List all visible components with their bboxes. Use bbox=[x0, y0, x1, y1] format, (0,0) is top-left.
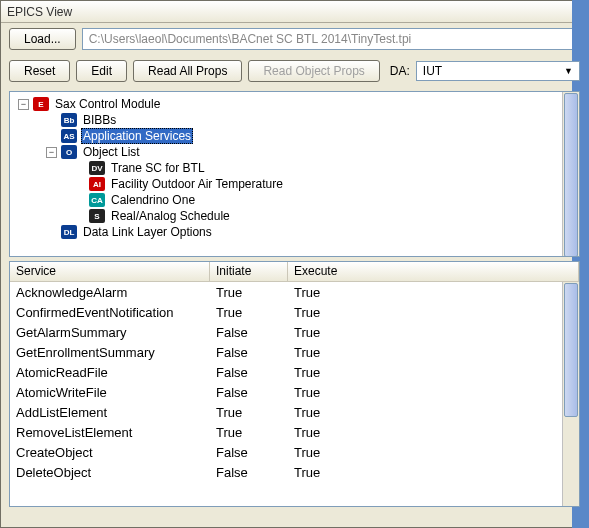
cell-initiate: False bbox=[210, 324, 288, 341]
tree-item-object[interactable]: S Real/Analog Schedule bbox=[12, 208, 577, 224]
read-all-props-button[interactable]: Read All Props bbox=[133, 60, 242, 82]
tree-label: Sax Control Module bbox=[53, 97, 162, 111]
tree-root[interactable]: − E Sax Control Module bbox=[12, 96, 577, 112]
tree-panel: − E Sax Control Module Bb BIBBs AS Appli… bbox=[9, 91, 580, 257]
cell-initiate: False bbox=[210, 444, 288, 461]
module-icon: E bbox=[33, 97, 49, 111]
table-row[interactable]: CreateObjectFalseTrue bbox=[10, 442, 579, 462]
tree-item-bibbs[interactable]: Bb BIBBs bbox=[12, 112, 577, 128]
cell-initiate: False bbox=[210, 344, 288, 361]
collapse-icon[interactable]: − bbox=[18, 99, 29, 110]
cell-execute: True bbox=[288, 424, 579, 441]
edit-button[interactable]: Edit bbox=[76, 60, 127, 82]
path-input[interactable]: C:\Users\laeol\Documents\BACnet SC BTL 2… bbox=[82, 28, 580, 50]
cell-service: GetAlarmSummary bbox=[10, 324, 210, 341]
cell-execute: True bbox=[288, 284, 579, 301]
da-select[interactable]: IUT ▼ bbox=[416, 61, 580, 81]
cell-execute: True bbox=[288, 384, 579, 401]
spacer bbox=[46, 131, 57, 142]
cell-service: GetEnrollmentSummary bbox=[10, 344, 210, 361]
table-row[interactable]: GetEnrollmentSummaryFalseTrue bbox=[10, 342, 579, 362]
col-service[interactable]: Service bbox=[10, 262, 210, 281]
table-row[interactable]: AcknowledgeAlarmTrueTrue bbox=[10, 282, 579, 302]
tree-label: Calendrino One bbox=[109, 193, 197, 207]
tree-item-object-list[interactable]: − O Object List bbox=[12, 144, 577, 160]
cell-execute: True bbox=[288, 304, 579, 321]
tree-scrollbar[interactable] bbox=[562, 92, 579, 256]
table-row[interactable]: GetAlarmSummaryFalseTrue bbox=[10, 322, 579, 342]
da-value: IUT bbox=[423, 64, 442, 78]
services-table: Service Initiate Execute AcknowledgeAlar… bbox=[9, 261, 580, 507]
cell-service: AcknowledgeAlarm bbox=[10, 284, 210, 301]
table-row[interactable]: AtomicWriteFileFalseTrue bbox=[10, 382, 579, 402]
bibbs-icon: Bb bbox=[61, 113, 77, 127]
cell-service: CreateObject bbox=[10, 444, 210, 461]
tree-label: Facility Outdoor Air Temperature bbox=[109, 177, 285, 191]
cell-service: AddListElement bbox=[10, 404, 210, 421]
table-body: AcknowledgeAlarmTrueTrueConfirmedEventNo… bbox=[10, 282, 579, 482]
cell-initiate: False bbox=[210, 364, 288, 381]
da-label: DA: bbox=[390, 64, 410, 78]
window-title: EPICS View bbox=[7, 5, 72, 19]
cell-service: ConfirmedEventNotification bbox=[10, 304, 210, 321]
load-button[interactable]: Load... bbox=[9, 28, 76, 50]
col-initiate[interactable]: Initiate bbox=[210, 262, 288, 281]
col-execute[interactable]: Execute bbox=[288, 262, 579, 281]
tree: − E Sax Control Module Bb BIBBs AS Appli… bbox=[10, 92, 579, 244]
spacer bbox=[46, 227, 57, 238]
toolbar-actions: Reset Edit Read All Props Read Object Pr… bbox=[1, 55, 588, 87]
schedule-icon: S bbox=[89, 209, 105, 223]
cell-execute: True bbox=[288, 364, 579, 381]
tree-label: Real/Analog Schedule bbox=[109, 209, 232, 223]
cell-execute: True bbox=[288, 324, 579, 341]
read-object-props-button: Read Object Props bbox=[248, 60, 379, 82]
cell-initiate: True bbox=[210, 304, 288, 321]
tree-item-object[interactable]: DV Trane SC for BTL bbox=[12, 160, 577, 176]
spacer bbox=[46, 115, 57, 126]
cell-service: AtomicReadFile bbox=[10, 364, 210, 381]
title-bar: EPICS View × bbox=[1, 1, 588, 23]
table-header: Service Initiate Execute bbox=[10, 262, 579, 282]
tree-item-object[interactable]: CA Calendrino One bbox=[12, 192, 577, 208]
spacer bbox=[74, 179, 85, 190]
cell-service: AtomicWriteFile bbox=[10, 384, 210, 401]
tree-item-application-services[interactable]: AS Application Services bbox=[12, 128, 577, 144]
scroll-thumb[interactable] bbox=[564, 283, 578, 417]
table-row[interactable]: DeleteObjectFalseTrue bbox=[10, 462, 579, 482]
cell-initiate: True bbox=[210, 284, 288, 301]
device-icon: DV bbox=[89, 161, 105, 175]
tree-label: Object List bbox=[81, 145, 142, 159]
reset-button[interactable]: Reset bbox=[9, 60, 70, 82]
cell-execute: True bbox=[288, 404, 579, 421]
spacer bbox=[74, 195, 85, 206]
cell-initiate: False bbox=[210, 384, 288, 401]
tree-item-data-link[interactable]: DL Data Link Layer Options bbox=[12, 224, 577, 240]
spacer bbox=[74, 163, 85, 174]
collapse-icon[interactable]: − bbox=[46, 147, 57, 158]
cell-execute: True bbox=[288, 444, 579, 461]
cell-execute: True bbox=[288, 344, 579, 361]
toolbar-path: Load... C:\Users\laeol\Documents\BACnet … bbox=[1, 23, 588, 55]
tree-label: Trane SC for BTL bbox=[109, 161, 207, 175]
scroll-thumb[interactable] bbox=[564, 93, 578, 257]
tree-item-object[interactable]: AI Facility Outdoor Air Temperature bbox=[12, 176, 577, 192]
calendar-icon: CA bbox=[89, 193, 105, 207]
cell-service: DeleteObject bbox=[10, 464, 210, 481]
cell-initiate: False bbox=[210, 464, 288, 481]
cell-execute: True bbox=[288, 464, 579, 481]
chevron-down-icon: ▼ bbox=[564, 66, 573, 76]
cell-initiate: True bbox=[210, 424, 288, 441]
tree-label: Application Services bbox=[81, 128, 193, 144]
epics-view-window: EPICS View × Load... C:\Users\laeol\Docu… bbox=[0, 0, 589, 528]
tree-label: Data Link Layer Options bbox=[81, 225, 214, 239]
cell-service: RemoveListElement bbox=[10, 424, 210, 441]
analog-input-icon: AI bbox=[89, 177, 105, 191]
spacer bbox=[74, 211, 85, 222]
table-row[interactable]: AtomicReadFileFalseTrue bbox=[10, 362, 579, 382]
table-scrollbar[interactable] bbox=[562, 282, 579, 506]
cell-initiate: True bbox=[210, 404, 288, 421]
table-row[interactable]: ConfirmedEventNotificationTrueTrue bbox=[10, 302, 579, 322]
table-row[interactable]: RemoveListElementTrueTrue bbox=[10, 422, 579, 442]
table-row[interactable]: AddListElementTrueTrue bbox=[10, 402, 579, 422]
tree-label: BIBBs bbox=[81, 113, 118, 127]
